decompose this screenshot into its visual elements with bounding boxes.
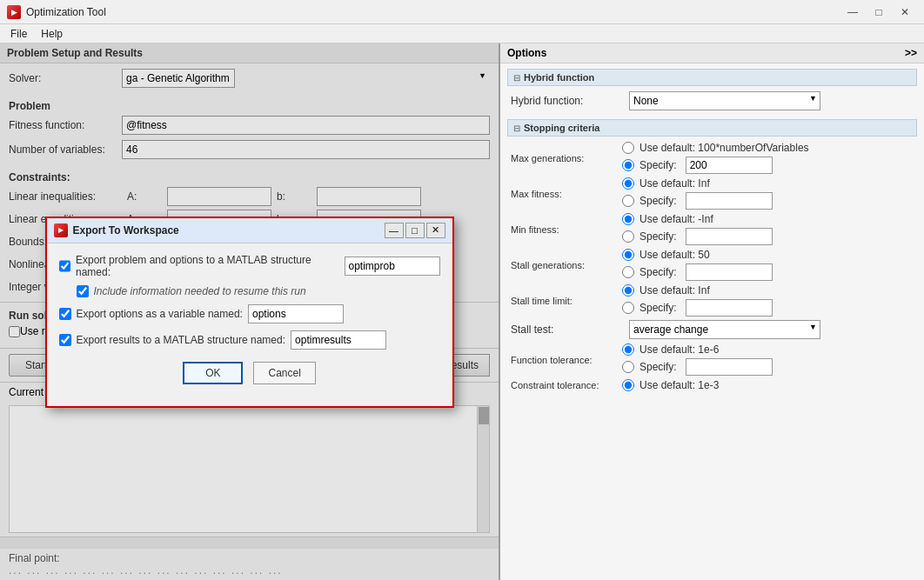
constraint-tol-default-row: Use default: 1e-3 <box>622 379 719 391</box>
stall-time-default-radio[interactable] <box>622 284 634 297</box>
stopping-section-title: Stopping criteria <box>524 123 599 133</box>
stopping-collapse-icon: ⊟ <box>513 123 520 133</box>
export-dialog: ▶ Export To Workspace — □ ✕ Export probl… <box>45 217 454 408</box>
constraint-tol-default-radio[interactable] <box>622 379 634 391</box>
options-header: Options >> <box>500 43 924 63</box>
max-fitness-label: Max fitness: <box>511 189 615 199</box>
stall-time-label: Stall time limit: <box>511 296 615 306</box>
stall-gen-specify-input[interactable] <box>686 263 773 281</box>
close-button[interactable]: ✕ <box>893 3 917 22</box>
max-gen-label: Max generations: <box>511 153 615 163</box>
max-fitness-default-radio[interactable] <box>622 177 634 190</box>
min-fitness-specify-row: Specify: <box>622 228 773 245</box>
include-resume-checkbox[interactable] <box>77 285 89 297</box>
stall-time-specify-radio[interactable] <box>622 302 634 314</box>
constraint-tol-default-label: Use default: 1e-3 <box>639 379 719 391</box>
dialog-buttons-row: OK Cancel <box>59 362 440 384</box>
menu-bar: File Help <box>0 24 924 43</box>
hybrid-function-label: Hybrid function: <box>511 95 624 107</box>
min-fitness-row: Min fitness: Use default: -Inf Specify: <box>507 213 917 245</box>
export-results-input[interactable] <box>291 330 386 350</box>
left-panel: Problem Setup and Results Solver: ga - G… <box>0 43 500 580</box>
max-fitness-default-label: Use default: Inf <box>639 177 710 190</box>
max-gen-default-radio[interactable] <box>622 142 634 154</box>
export-options-input[interactable] <box>248 304 344 323</box>
title-bar-left: ▶ Optimization Tool <box>7 5 106 19</box>
func-tol-specify-input[interactable] <box>686 358 773 376</box>
stopping-section-header[interactable]: ⊟ Stopping criteria <box>507 119 917 137</box>
stall-gen-row: Stall generations: Use default: 50 Speci… <box>507 249 917 281</box>
ok-button[interactable]: OK <box>183 362 243 384</box>
options-expand-icon[interactable]: >> <box>905 47 917 59</box>
stall-test-select[interactable]: average change <box>629 320 820 339</box>
max-gen-row: Max generations: Use default: 100*number… <box>507 142 917 174</box>
dialog-content: Export problem and options to a MATLAB s… <box>47 243 452 395</box>
title-bar: ▶ Optimization Tool — □ ✕ <box>0 0 924 24</box>
stall-time-specify-input[interactable] <box>686 299 773 317</box>
func-tol-default-radio[interactable] <box>622 343 634 356</box>
max-fitness-specify-radio[interactable] <box>622 195 634 207</box>
minimize-button[interactable]: — <box>840 3 865 22</box>
min-fitness-specify-input[interactable] <box>686 228 773 245</box>
stall-gen-default-row: Use default: 50 <box>622 249 773 261</box>
max-fitness-specify-row: Specify: <box>622 192 773 210</box>
dialog-title-bar: ▶ Export To Workspace — □ ✕ <box>47 218 452 243</box>
maximize-button[interactable]: □ <box>867 3 891 22</box>
options-header-title: Options <box>507 47 546 59</box>
dialog-restore-button[interactable]: □ <box>405 223 425 238</box>
stall-gen-specify-label: Specify: <box>639 266 677 278</box>
export-problem-input[interactable] <box>345 257 440 276</box>
right-panel: Options >> ⊟ Hybrid function Hybrid func… <box>500 43 924 580</box>
cancel-button[interactable]: Cancel <box>253 362 315 384</box>
max-gen-default-label: Use default: 100*numberOfVariables <box>639 142 809 154</box>
max-fitness-default-row: Use default: Inf <box>622 177 773 190</box>
stall-gen-default-radio[interactable] <box>622 249 634 261</box>
hybrid-section-title: Hybrid function <box>524 72 594 83</box>
include-resume-row: Include information needed to resume thi… <box>77 285 440 297</box>
stall-time-specify-row: Specify: <box>622 299 773 317</box>
constraint-tol-label: Constraint tolerance: <box>511 380 615 390</box>
max-gen-specify-input[interactable] <box>686 157 773 174</box>
min-fitness-default-radio[interactable] <box>622 213 634 225</box>
menu-file[interactable]: File <box>3 26 34 42</box>
min-fitness-default-row: Use default: -Inf <box>622 213 773 225</box>
dialog-minimize-button[interactable]: — <box>385 223 404 238</box>
export-options-checkbox[interactable] <box>59 308 71 320</box>
include-resume-label: Include information needed to resume thi… <box>94 285 306 297</box>
stall-gen-specify-row: Specify: <box>622 263 773 281</box>
min-fitness-radio-group: Use default: -Inf Specify: <box>622 213 773 245</box>
hybrid-select-wrapper[interactable]: None <box>629 91 820 110</box>
menu-help[interactable]: Help <box>34 26 70 42</box>
min-fitness-specify-radio[interactable] <box>622 230 634 243</box>
max-gen-specify-radio[interactable] <box>622 159 634 171</box>
func-tol-specify-radio[interactable] <box>622 361 634 373</box>
hybrid-section-header[interactable]: ⊟ Hybrid function <box>507 69 917 86</box>
app-icon: ▶ <box>7 5 21 19</box>
max-fitness-radio-group: Use default: Inf Specify: <box>622 177 773 210</box>
min-fitness-default-label: Use default: -Inf <box>639 213 713 225</box>
title-bar-controls: — □ ✕ <box>840 3 917 22</box>
hybrid-select[interactable]: None <box>629 91 820 110</box>
export-problem-label: Export problem and options to a MATLAB s… <box>76 254 339 278</box>
export-results-row: Export results to a MATLAB structure nam… <box>59 330 440 350</box>
func-tol-radio-group: Use default: 1e-6 Specify: <box>622 343 773 376</box>
export-problem-row: Export problem and options to a MATLAB s… <box>59 254 440 278</box>
stall-time-default-row: Use default: Inf <box>622 284 773 297</box>
max-fitness-specify-input[interactable] <box>686 192 773 210</box>
dialog-close-button[interactable]: ✕ <box>426 223 445 238</box>
func-tol-specify-label: Specify: <box>639 361 677 373</box>
stall-time-default-label: Use default: Inf <box>639 284 710 297</box>
min-fitness-specify-label: Specify: <box>639 230 677 243</box>
stall-test-select-wrapper[interactable]: average change <box>629 320 820 339</box>
export-results-checkbox[interactable] <box>59 334 71 346</box>
stall-time-radio-group: Use default: Inf Specify: <box>622 284 773 317</box>
dialog-icon: ▶ <box>54 223 68 237</box>
stall-gen-specify-radio[interactable] <box>622 266 634 278</box>
export-problem-checkbox[interactable] <box>59 260 70 272</box>
dialog-title-left: ▶ Export To Workspace <box>54 223 179 237</box>
constraint-tol-radio-group: Use default: 1e-3 <box>622 379 719 391</box>
constraint-tol-row: Constraint tolerance: Use default: 1e-3 <box>507 379 917 391</box>
func-tol-default-row: Use default: 1e-6 <box>622 343 773 356</box>
options-content: ⊟ Hybrid function Hybrid function: None … <box>500 63 924 580</box>
func-tol-specify-row: Specify: <box>622 358 773 376</box>
